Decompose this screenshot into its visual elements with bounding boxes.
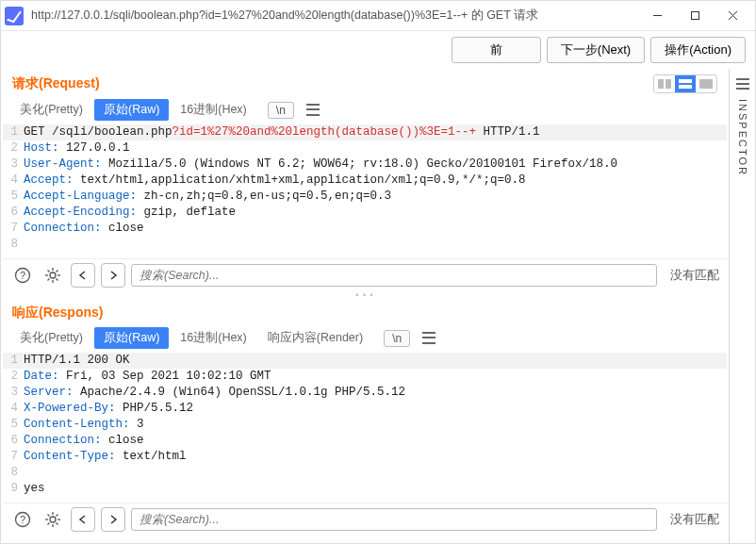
tab-pretty[interactable]: 美化(Pretty) — [10, 99, 92, 121]
request-search-input[interactable] — [131, 264, 657, 287]
code-token: text/html — [116, 449, 187, 465]
back-button[interactable]: 前 — [452, 37, 541, 63]
code-token: Connection: — [24, 433, 102, 449]
panel-divider[interactable]: • • • — [3, 291, 727, 299]
view-stack-icon[interactable] — [675, 75, 696, 92]
code-token: Apache/2.4.9 (Win64) OpenSSL/1.0.1g PHP/… — [74, 385, 406, 401]
code-line[interactable]: 9yes — [3, 481, 727, 497]
tab-raw[interactable]: 原始(Raw) — [94, 327, 169, 349]
tab-hex[interactable]: 16进制(Hex) — [171, 327, 255, 349]
inspector-sidebar[interactable]: INSPECTOR — [729, 69, 755, 544]
code-token: Mozilla/5.0 (Windows NT 6.2; WOW64; rv:1… — [102, 157, 618, 173]
code-line[interactable]: 2Date: Fri, 03 Sep 2021 10:02:10 GMT — [3, 369, 727, 385]
response-panel: 响应(Respons) 美化(Pretty) 原始(Raw) 16进制(Hex)… — [3, 299, 727, 536]
view-single-icon[interactable] — [696, 75, 716, 92]
code-line[interactable]: 6Accept-Encoding: gzip, deflate — [3, 205, 727, 221]
svg-line-28 — [57, 523, 58, 525]
code-token: Host: — [24, 140, 59, 157]
line-number: 5 — [3, 417, 24, 433]
options-icon[interactable] — [419, 331, 438, 346]
tab-raw[interactable]: 原始(Raw) — [94, 99, 169, 121]
svg-line-18 — [48, 279, 50, 281]
tab-pretty[interactable]: 美化(Pretty) — [10, 327, 92, 349]
code-token: HTTP/1.1 200 OK — [24, 353, 130, 369]
close-button[interactable] — [714, 3, 751, 29]
gear-icon[interactable] — [41, 507, 65, 532]
next-match-button[interactable] — [101, 507, 125, 532]
tab-render[interactable]: 响应内容(Render) — [258, 327, 372, 349]
code-token: Server: — [24, 385, 74, 401]
code-token: Accept-Language: — [24, 189, 137, 205]
response-search-input[interactable] — [131, 508, 657, 531]
line-number: 3 — [3, 385, 24, 401]
view-mode-toggle[interactable] — [653, 74, 717, 93]
code-token: PHP/5.5.12 — [116, 401, 194, 417]
code-line[interactable]: 5Content-Length: 3 — [3, 417, 727, 433]
svg-point-22 — [50, 517, 56, 522]
code-line[interactable]: 1GET /sqli/boolean.php?id=1%27%20and%20l… — [3, 124, 727, 140]
help-icon[interactable]: ? — [10, 263, 35, 288]
line-number: 4 — [3, 401, 24, 417]
code-line[interactable]: 7Content-Type: text/html — [3, 449, 727, 465]
code-line[interactable]: 7Connection: close — [3, 221, 727, 237]
code-token: zh-cn,zh;q=0.8,en-us;q=0.5,en;q=0.3 — [137, 189, 391, 205]
options-icon[interactable] — [304, 103, 322, 118]
line-number: 2 — [3, 140, 24, 157]
view-side-icon[interactable] — [654, 75, 675, 92]
maximize-button[interactable] — [676, 3, 714, 29]
window-title: http://127.0.0.1/sqli/boolean.php?id=1%2… — [31, 8, 638, 24]
newline-toggle[interactable]: \n — [268, 102, 294, 119]
code-token: close — [102, 433, 144, 449]
tab-hex[interactable]: 16进制(Hex) — [171, 99, 255, 121]
code-token: Fri, 03 Sep 2021 10:02:10 GMT — [59, 369, 271, 385]
svg-line-29 — [48, 523, 50, 525]
code-token: HTTP/1.1 — [476, 124, 540, 140]
svg-line-30 — [57, 515, 58, 517]
next-match-button[interactable] — [101, 263, 125, 288]
svg-line-19 — [57, 271, 58, 272]
request-nomatch-label: 没有匹配 — [663, 268, 719, 284]
code-line[interactable]: 8 — [3, 237, 727, 253]
code-line[interactable]: 3Server: Apache/2.4.9 (Win64) OpenSSL/1.… — [3, 385, 727, 401]
prev-match-button[interactable] — [71, 507, 95, 532]
request-body[interactable]: 1GET /sqli/boolean.php?id=1%27%20and%20l… — [3, 123, 727, 258]
code-line[interactable]: 6Connection: close — [3, 433, 727, 449]
help-icon[interactable]: ? — [10, 507, 35, 532]
response-body[interactable]: 1HTTP/1.1 200 OK2Date: Fri, 03 Sep 2021 … — [3, 351, 727, 503]
response-title: 响应(Respons) — [12, 305, 103, 321]
code-token: Accept-Encoding: — [24, 205, 137, 221]
code-token: Accept: — [24, 173, 74, 189]
prev-match-button[interactable] — [71, 263, 95, 288]
code-line[interactable]: 4X-Powered-By: PHP/5.5.12 — [3, 401, 727, 417]
code-line[interactable]: 3User-Agent: Mozilla/5.0 (Windows NT 6.2… — [3, 157, 727, 173]
code-token: gzip, deflate — [137, 205, 236, 221]
svg-rect-7 — [679, 85, 692, 89]
newline-toggle[interactable]: \n — [384, 330, 410, 347]
line-number: 2 — [3, 369, 24, 385]
svg-rect-5 — [666, 79, 671, 89]
svg-rect-8 — [699, 79, 713, 89]
code-token: 3 — [130, 417, 144, 433]
svg-rect-6 — [679, 79, 692, 83]
inspector-menu-icon[interactable] — [733, 76, 752, 91]
inspector-label: INSPECTOR — [737, 99, 748, 176]
action-button[interactable]: 操作(Action) — [650, 37, 746, 63]
request-panel: 请求(Request) 美化(Pretty) 原始(Raw) 16进制(Hex)… — [3, 69, 727, 291]
response-searchbar: ? 没有匹配 — [3, 503, 727, 536]
line-number: 4 — [3, 173, 24, 189]
code-token: close — [102, 221, 144, 237]
code-line[interactable]: 1HTTP/1.1 200 OK — [3, 353, 727, 369]
minimize-button[interactable] — [638, 3, 676, 29]
code-token: Date: — [24, 369, 59, 385]
line-number: 5 — [3, 189, 24, 205]
response-nomatch-label: 没有匹配 — [663, 512, 719, 528]
line-number: 1 — [3, 353, 24, 369]
code-line[interactable]: 2Host: 127.0.0.1 — [3, 140, 727, 157]
code-line[interactable]: 8 — [3, 465, 727, 481]
titlebar: http://127.0.0.1/sqli/boolean.php?id=1%2… — [1, 1, 755, 31]
code-line[interactable]: 5Accept-Language: zh-cn,zh;q=0.8,en-us;q… — [3, 189, 727, 205]
gear-icon[interactable] — [41, 263, 65, 288]
app-icon — [5, 7, 24, 25]
code-line[interactable]: 4Accept: text/html,application/xhtml+xml… — [3, 173, 727, 189]
next-button[interactable]: 下一步(Next) — [547, 37, 645, 63]
